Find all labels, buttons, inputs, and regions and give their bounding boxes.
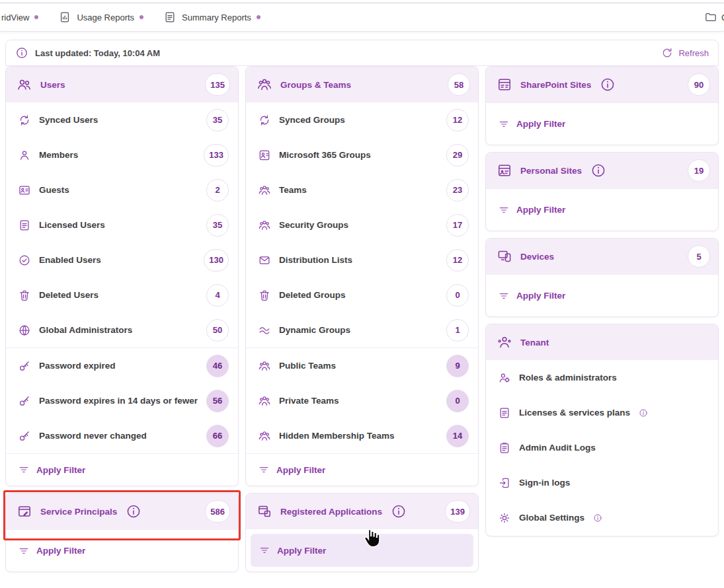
- list-item-global-administrators[interactable]: Global Administrators50: [6, 312, 238, 348]
- last-updated-text: Last updated: Today, 10:04 AM: [35, 48, 160, 58]
- card-header-groups[interactable]: Groups & Teams58: [246, 67, 478, 102]
- list-item-distribution-lists[interactable]: Distribution Lists12: [246, 242, 478, 277]
- column-3: SharePoint Sites90Apply FilterPersonal S…: [485, 66, 719, 536]
- tab-overflow[interactable]: C: [699, 3, 724, 31]
- check-circle-icon: [18, 254, 31, 267]
- list-item-teams[interactable]: Teams23: [246, 172, 478, 207]
- people-icon: [17, 77, 32, 92]
- count-badge: 139: [445, 500, 470, 523]
- list-item-sign-in-logs[interactable]: Sign-in logs: [486, 465, 718, 500]
- item-label: Private Teams: [279, 396, 339, 406]
- card-header-users[interactable]: Users135: [6, 67, 238, 102]
- list-item-private-teams[interactable]: Private Teams0: [246, 383, 478, 418]
- status-bar: Last updated: Today, 10:04 AM Refresh: [5, 40, 719, 66]
- trash-icon: [18, 289, 31, 302]
- key-icon: [18, 394, 31, 408]
- info-icon: [639, 408, 648, 418]
- info-icon: [600, 77, 616, 92]
- tenant-icon: [497, 334, 512, 350]
- tab-gridview[interactable]: ridView: [0, 3, 48, 31]
- key-icon: [18, 429, 31, 443]
- list-item-public-teams[interactable]: Public Teams9: [246, 348, 478, 383]
- apply-filter-sharepoint[interactable]: Apply Filter: [486, 102, 718, 145]
- doc-lines-icon: [498, 406, 511, 420]
- list-item-password-expired[interactable]: Password expired46: [6, 348, 238, 383]
- card-header-personal_sites[interactable]: Personal Sites19: [486, 153, 718, 188]
- apply-filter-users[interactable]: Apply Filter: [6, 453, 238, 486]
- site-person-icon: [497, 163, 512, 178]
- card-title: SharePoint Sites: [520, 80, 591, 90]
- people3-icon: [258, 429, 271, 443]
- list-item-hidden-membership-teams[interactable]: Hidden Membership Teams14: [246, 418, 478, 453]
- card-header-devices[interactable]: Devices5: [486, 239, 718, 274]
- list-item-password-never-changed[interactable]: Password never changed66: [6, 418, 238, 453]
- list-item-guests[interactable]: Guests2: [6, 172, 238, 207]
- count-badge: 19: [688, 159, 710, 182]
- tab-usage-reports[interactable]: Usage Reports: [48, 3, 153, 31]
- list-item-licensed-users[interactable]: Licensed Users35: [6, 207, 238, 242]
- card-devices: Devices5Apply Filter: [485, 238, 719, 317]
- tab-summary-reports[interactable]: Summary Reports: [153, 3, 270, 31]
- list-item-security-groups[interactable]: Security Groups17: [246, 207, 478, 242]
- list-item-licenses-services-plans[interactable]: Licenses & services plans: [486, 395, 718, 430]
- apply-filter-label: Apply Filter: [36, 546, 85, 556]
- list-item-password-expires-in-14-days-or-fewer[interactable]: Password expires in 14 days or fewer56: [6, 383, 238, 418]
- roles-icon: [498, 371, 511, 385]
- item-label: Synced Users: [39, 115, 98, 125]
- card-header-sharepoint[interactable]: SharePoint Sites90: [486, 67, 718, 102]
- refresh-label: Refresh: [678, 48, 709, 58]
- card-header-tenant[interactable]: Tenant: [486, 324, 718, 360]
- list-item-roles-administrators[interactable]: Roles & administrators: [486, 360, 718, 395]
- list-item-deleted-users[interactable]: Deleted Users4: [6, 277, 238, 312]
- count-badge: 46: [206, 355, 229, 377]
- devices-icon: [497, 248, 512, 264]
- count-badge: 2: [206, 179, 229, 202]
- count-badge: 130: [204, 249, 229, 272]
- count-badge: 66: [206, 425, 229, 447]
- count-badge: 29: [446, 144, 469, 166]
- card-service_principals: Service Principals586Apply Filter: [5, 493, 239, 572]
- card-sharepoint: SharePoint Sites90Apply Filter: [485, 66, 719, 145]
- item-label: Licenses & services plans: [519, 408, 630, 418]
- apply-filter-personal_sites[interactable]: Apply Filter: [486, 188, 718, 231]
- apply-filter-registered_apps[interactable]: Apply Filter: [251, 534, 473, 567]
- item-label: Security Groups: [279, 220, 348, 230]
- item-label: Deleted Groups: [279, 290, 346, 300]
- item-label: Synced Groups: [279, 115, 345, 125]
- apply-filter-label: Apply Filter: [277, 546, 326, 556]
- mail-icon: [258, 254, 271, 267]
- count-badge: 0: [446, 284, 469, 307]
- refresh-button[interactable]: Refresh: [661, 46, 709, 59]
- list-item-enabled-users[interactable]: Enabled Users130: [6, 242, 238, 277]
- list-item-synced-users[interactable]: Synced Users35: [6, 102, 238, 137]
- list-item-synced-groups[interactable]: Synced Groups12: [246, 102, 478, 137]
- list-item-global-settings[interactable]: Global Settings: [486, 500, 718, 535]
- list-item-admin-audit-logs[interactable]: Admin Audit Logs: [486, 430, 718, 465]
- people3-icon: [258, 184, 271, 197]
- apply-filter-groups[interactable]: Apply Filter: [246, 453, 478, 486]
- unsaved-dot: [34, 15, 38, 19]
- apply-filter-service_principals[interactable]: Apply Filter: [6, 529, 238, 571]
- card-tenant: TenantRoles & administratorsLicenses & s…: [485, 324, 719, 536]
- list-item-members[interactable]: Members133: [6, 137, 238, 172]
- count-badge: 1: [446, 319, 469, 342]
- apply-filter-devices[interactable]: Apply Filter: [486, 274, 718, 316]
- people3-icon: [258, 394, 271, 408]
- card-header-registered_apps[interactable]: Registered Applications139: [246, 494, 478, 529]
- item-label: Global Settings: [519, 513, 584, 523]
- card-groups: Groups & Teams58Synced Groups12Microsoft…: [245, 66, 479, 486]
- list-item-deleted-groups[interactable]: Deleted Groups0: [246, 277, 478, 312]
- card-header-service_principals[interactable]: Service Principals586: [6, 494, 238, 529]
- card-title: Service Principals: [40, 507, 117, 517]
- item-label: Members: [39, 150, 78, 160]
- count-badge: 17: [446, 214, 469, 237]
- item-group: Public Teams9Private Teams0Hidden Member…: [246, 348, 478, 453]
- list-item-dynamic-groups[interactable]: Dynamic Groups1: [246, 312, 478, 348]
- tab-bar: ridView Usage Reports Summary Reports C: [0, 3, 724, 32]
- list-item-microsoft-365-groups[interactable]: Microsoft 365 Groups29: [246, 137, 478, 172]
- sync-icon: [18, 114, 31, 127]
- count-badge: 5: [688, 245, 710, 268]
- audit-icon: [498, 441, 511, 455]
- count-badge: 12: [446, 249, 469, 272]
- filter-icon: [498, 204, 510, 216]
